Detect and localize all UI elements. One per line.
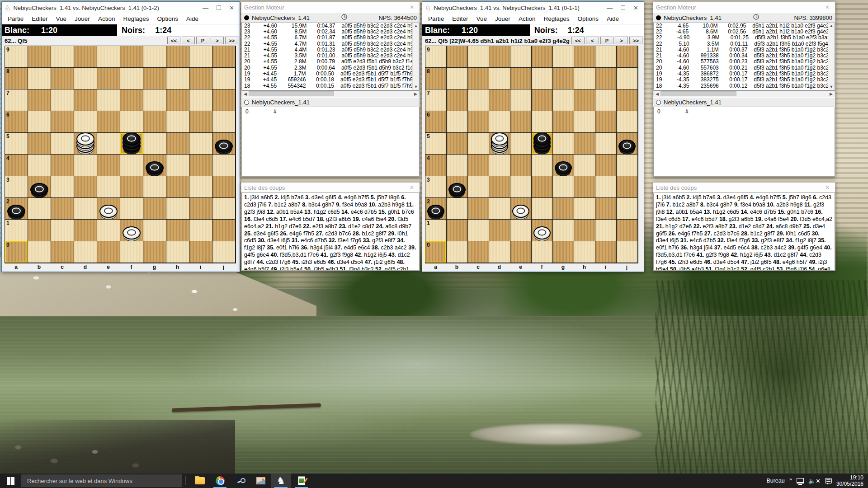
menu-vue[interactable]: Vue — [52, 14, 71, 23]
square-h7[interactable] — [574, 89, 595, 111]
square-d2[interactable] — [489, 198, 510, 220]
square-j7[interactable] — [617, 89, 638, 111]
square-c4[interactable] — [51, 155, 74, 176]
menu-reglages[interactable]: Reglages — [119, 14, 153, 23]
square-c8[interactable] — [51, 68, 74, 89]
square-i3[interactable] — [189, 176, 212, 198]
close-button[interactable]: ✕ — [410, 185, 414, 190]
square-j0[interactable] — [212, 241, 236, 263]
titlebar[interactable]: ♘ NebiyuCheckers_1.41 vs. NebiyuCheckers… — [2, 2, 240, 14]
square-e0[interactable] — [510, 241, 532, 263]
square-g4[interactable] — [553, 155, 574, 176]
square-d5[interactable] — [489, 133, 510, 155]
square-f5[interactable] — [532, 133, 553, 155]
minimize-button[interactable]: — — [607, 5, 613, 11]
square-a1[interactable]: 1 — [5, 220, 28, 241]
analysis-row[interactable]: 19+4.456592460:00.18a0f5 e2d3 f5b1 d5f7 … — [242, 77, 419, 83]
square-f1[interactable] — [532, 220, 553, 241]
square-a7[interactable]: 7 — [5, 89, 28, 111]
square-d1[interactable] — [74, 220, 97, 241]
menu-editer[interactable]: Editer — [448, 14, 472, 23]
square-c4[interactable] — [468, 155, 489, 176]
black-queen-f5[interactable] — [123, 131, 141, 153]
square-b2[interactable] — [447, 198, 468, 220]
square-a9[interactable]: 9 — [425, 46, 447, 68]
square-f4[interactable] — [532, 155, 553, 176]
square-c3[interactable] — [468, 176, 489, 198]
square-c5[interactable] — [51, 133, 74, 155]
scroll-right-icon[interactable]: ▶ — [412, 92, 419, 96]
square-g0[interactable] — [553, 241, 574, 263]
square-i0[interactable] — [189, 241, 212, 263]
square-f2[interactable] — [532, 198, 553, 220]
analysis-row[interactable]: 22-4.6510.0M0:02.95d5h1 a2b1 h1i2 b1a0 e… — [654, 23, 835, 28]
steam-button[interactable] — [230, 474, 250, 488]
analysis-row[interactable]: 19-4.353832750:00.17d5f3 a2b1 f3h5 b1a0 … — [654, 77, 835, 83]
square-g3[interactable] — [143, 176, 166, 198]
square-g9[interactable] — [143, 46, 166, 68]
square-h9[interactable] — [166, 46, 189, 68]
square-j8[interactable] — [617, 68, 638, 89]
start-button[interactable] — [0, 474, 21, 488]
square-g6[interactable] — [553, 111, 574, 133]
square-g2[interactable] — [553, 198, 574, 220]
square-d4[interactable] — [489, 155, 510, 176]
close-button[interactable]: ✕ — [229, 5, 234, 11]
square-f5[interactable] — [120, 133, 143, 155]
analysis-row[interactable]: 23+4.6015.9M0:04.37a0f5 d5h9 b3c2 e2d3 c… — [242, 23, 419, 28]
square-i4[interactable] — [189, 155, 212, 176]
square-f6[interactable] — [532, 111, 553, 133]
close-button[interactable]: ✕ — [633, 5, 638, 11]
square-c5[interactable] — [468, 133, 489, 155]
square-f4[interactable] — [120, 155, 143, 176]
square-g4[interactable] — [143, 155, 166, 176]
square-b1[interactable] — [28, 220, 51, 241]
square-c3[interactable] — [51, 176, 74, 198]
square-i6[interactable] — [189, 111, 212, 133]
square-e8[interactable] — [510, 68, 532, 89]
square-h4[interactable] — [574, 155, 595, 176]
analysis-row[interactable]: 18+4.555543420:00.15a0f5 e2d3 f5b1 d5f7 … — [242, 83, 419, 89]
scroll-up-icon[interactable]: ▲ — [414, 23, 418, 29]
vertical-scrollbar[interactable]: ▲▼ — [412, 23, 419, 90]
square-b7[interactable] — [28, 89, 51, 111]
square-b1[interactable] — [447, 220, 468, 241]
nav-button-P[interactable]: P — [600, 37, 613, 44]
square-f0[interactable] — [120, 241, 143, 263]
square-f7[interactable] — [532, 89, 553, 111]
square-h3[interactable] — [574, 176, 595, 198]
analysis-row[interactable]: 22+4.556.7M0:01.87a0f5 d5h9 b3c2 e2d3 c2… — [242, 35, 419, 41]
square-a4[interactable]: 4 — [425, 155, 447, 176]
square-d6[interactable] — [489, 111, 510, 133]
square-b3[interactable] — [28, 176, 51, 198]
square-e1[interactable] — [510, 220, 532, 241]
square-d7[interactable] — [74, 89, 97, 111]
taskbar-search-input[interactable]: Rechercher sur le web et dans Windows — [21, 474, 182, 487]
square-d2[interactable] — [74, 198, 97, 220]
square-c1[interactable] — [468, 220, 489, 241]
square-i7[interactable] — [189, 89, 212, 111]
square-j3[interactable] — [212, 176, 236, 198]
menu-vue[interactable]: Vue — [472, 14, 491, 23]
square-h0[interactable] — [574, 241, 595, 263]
square-e4[interactable] — [510, 155, 532, 176]
square-h6[interactable] — [166, 111, 189, 133]
nav-button-prev[interactable]: < — [182, 37, 195, 44]
square-i1[interactable] — [189, 220, 212, 241]
square-j1[interactable] — [212, 220, 236, 241]
menu-aide[interactable]: Aide — [182, 14, 203, 23]
square-d6[interactable] — [74, 111, 97, 133]
close-button[interactable]: ✕ — [825, 185, 830, 190]
network-icon[interactable] — [797, 478, 804, 483]
scroll-down-icon[interactable]: ▼ — [830, 84, 834, 90]
square-g5[interactable] — [553, 133, 574, 155]
titlebar[interactable]: ♘ NebiyuCheckers_1.41 vs. NebiyuCheckers… — [422, 2, 644, 14]
square-d3[interactable] — [74, 176, 97, 198]
square-g7[interactable] — [553, 89, 574, 111]
analysis-row[interactable]: 20-4.605576030:00.21d5f3 a2b1 f3h5 b1a0 … — [654, 65, 835, 70]
white-man-e2[interactable] — [99, 202, 118, 218]
square-d9[interactable] — [74, 46, 97, 68]
square-g1[interactable] — [143, 220, 166, 241]
maximize-button[interactable] — [217, 5, 221, 10]
black-man-a2[interactable] — [427, 202, 444, 218]
